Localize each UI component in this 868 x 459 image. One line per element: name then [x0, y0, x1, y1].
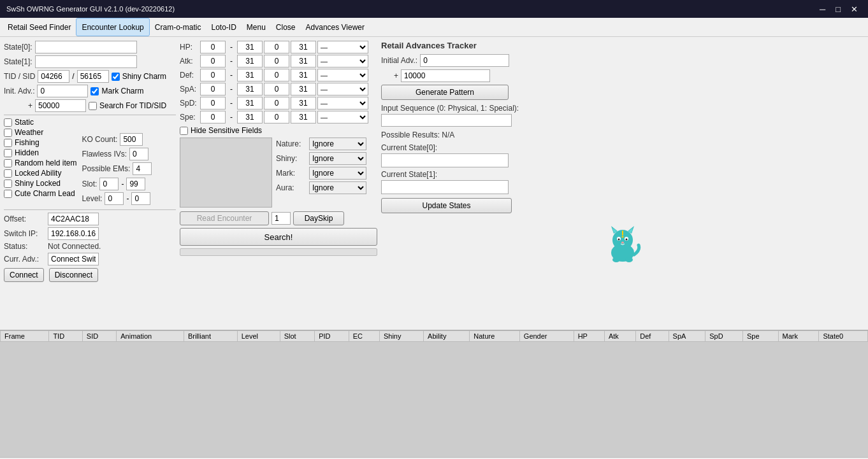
init-adv-input[interactable]: [37, 85, 88, 97]
def-min2[interactable]: [264, 69, 289, 81]
generate-pattern-button[interactable]: Generate Pattern: [381, 85, 509, 100]
shiny-locked-checkbox[interactable]: [4, 180, 12, 188]
hp-max2[interactable]: [291, 41, 316, 53]
shiny-select[interactable]: IgnoreYesNo: [309, 152, 366, 165]
menu-encounter-lookup[interactable]: Encounter Lookup: [76, 18, 149, 36]
tid-input[interactable]: [38, 70, 69, 83]
atk-max[interactable]: [237, 55, 263, 67]
plus-input[interactable]: [35, 99, 86, 112]
menu-loto-id[interactable]: Loto-ID: [206, 18, 241, 36]
right-panel: Retail Advances Tracker Initial Adv.: + …: [381, 41, 864, 326]
spa-min[interactable]: [200, 83, 226, 95]
spe-min2[interactable]: [264, 111, 289, 124]
hp-min2[interactable]: [264, 41, 289, 53]
mark-charm-checkbox[interactable]: [90, 87, 99, 95]
input-seq-input[interactable]: [381, 114, 512, 127]
static-checkbox[interactable]: [4, 118, 12, 127]
cute-charm-checkbox[interactable]: [4, 190, 12, 198]
dayskip-button[interactable]: DaySkip: [293, 211, 344, 225]
spa-max[interactable]: [237, 83, 263, 95]
fishing-checkbox[interactable]: [4, 139, 12, 147]
level-min-input[interactable]: [105, 192, 124, 205]
mark-select[interactable]: IgnoreYesNo: [309, 167, 366, 180]
close-button[interactable]: ✕: [847, 5, 862, 13]
switch-ip-input[interactable]: [48, 227, 99, 240]
results-table-container[interactable]: Frame TID SID Animation Brilliant Level …: [0, 330, 868, 457]
def-min[interactable]: [200, 69, 226, 81]
hp-min[interactable]: [200, 41, 226, 53]
menu-advances-viewer[interactable]: Advances Viewer: [301, 18, 370, 36]
hp-filter[interactable]: —: [317, 41, 368, 53]
menu-cram-o-matic[interactable]: Cram-o-matic: [150, 18, 206, 36]
def-filter[interactable]: —: [317, 69, 368, 81]
def-max2[interactable]: [291, 69, 316, 81]
checkbox-section: Static Weather Fishing Hidden Random hel…: [4, 118, 176, 207]
current-state0-input[interactable]: [381, 153, 509, 167]
spe-min[interactable]: [200, 111, 226, 124]
offset-input[interactable]: [48, 213, 99, 225]
atk-min2[interactable]: [264, 55, 289, 67]
flawless-ivs-input[interactable]: [129, 148, 148, 160]
sid-input[interactable]: [77, 70, 109, 83]
current-state0-label: Current State[0]:: [381, 143, 864, 152]
spd-min[interactable]: [200, 97, 226, 109]
slot-max-input[interactable]: [126, 178, 145, 190]
state0-input[interactable]: [35, 41, 137, 53]
tracker-init-adv-input[interactable]: [420, 54, 509, 67]
ko-count-input[interactable]: [120, 133, 143, 146]
search-tid-sid-checkbox[interactable]: [89, 102, 97, 110]
input-seq-section: Input Sequence (0: Physical, 1: Special)…: [381, 104, 864, 127]
nature-label: Nature:: [276, 139, 307, 148]
hidden-checkbox[interactable]: [4, 149, 12, 157]
current-state1-input[interactable]: [381, 180, 509, 194]
curr-adv-input[interactable]: [48, 253, 99, 265]
def-max[interactable]: [237, 69, 263, 81]
locked-ability-label: Locked Ability: [15, 169, 61, 178]
hp-max[interactable]: [237, 41, 263, 53]
spd-max[interactable]: [237, 97, 263, 109]
spe-max[interactable]: [237, 111, 263, 124]
update-states-button[interactable]: Update States: [381, 198, 512, 213]
spa-filter[interactable]: —: [317, 83, 368, 95]
random-held-checkbox[interactable]: [4, 159, 12, 167]
spd-min2[interactable]: [264, 97, 289, 109]
spd-max2[interactable]: [291, 97, 316, 109]
minimize-button[interactable]: ─: [816, 5, 829, 13]
aura-select[interactable]: IgnoreYesNo: [309, 181, 366, 194]
spa-min2[interactable]: [264, 83, 289, 95]
level-max-input[interactable]: [131, 192, 150, 205]
menu-menu[interactable]: Menu: [242, 18, 271, 36]
dayskip-count-input[interactable]: [271, 212, 291, 225]
hp-label: HP:: [180, 43, 199, 52]
tid-sid-row: TID / SID / Shiny Charm: [4, 70, 176, 83]
spe-filter[interactable]: —: [317, 111, 368, 124]
spe-max2[interactable]: [291, 111, 316, 124]
slot-dash: -: [121, 180, 124, 188]
locked-ability-checkbox[interactable]: [4, 169, 12, 178]
def-label: Def:: [180, 71, 199, 80]
spa-max2[interactable]: [291, 83, 316, 95]
nature-select[interactable]: IgnoreYesNo: [309, 138, 366, 150]
shiny-charm-label: Shiny Charm: [122, 72, 166, 81]
hide-sensitive-checkbox[interactable]: [180, 127, 188, 135]
menu-bar: Retail Seed Finder Encounter Lookup Cram…: [0, 18, 868, 37]
atk-filter[interactable]: —: [317, 55, 368, 67]
atk-max2[interactable]: [291, 55, 316, 67]
maximize-button[interactable]: □: [832, 5, 844, 13]
state1-input[interactable]: [35, 55, 137, 68]
slot-min-input[interactable]: [99, 178, 119, 190]
menu-close[interactable]: Close: [271, 18, 301, 36]
tracker-plus-input[interactable]: [401, 69, 490, 82]
spd-filter[interactable]: —: [317, 97, 368, 109]
weather-checkbox[interactable]: [4, 129, 12, 137]
possible-ems-input[interactable]: [133, 162, 152, 175]
search-button[interactable]: Search!: [180, 228, 377, 246]
shiny-locked-label: Shiny Locked: [15, 179, 61, 188]
read-encounter-button[interactable]: Read Encounter: [180, 211, 269, 225]
tracker-init-adv-label: Initial Adv.:: [381, 56, 417, 65]
atk-min[interactable]: [200, 55, 226, 67]
shiny-charm-checkbox[interactable]: [112, 73, 120, 81]
connect-button[interactable]: Connect: [4, 268, 44, 282]
menu-retail-seed-finder[interactable]: Retail Seed Finder: [3, 18, 76, 36]
disconnect-button[interactable]: Disconnect: [49, 268, 98, 282]
